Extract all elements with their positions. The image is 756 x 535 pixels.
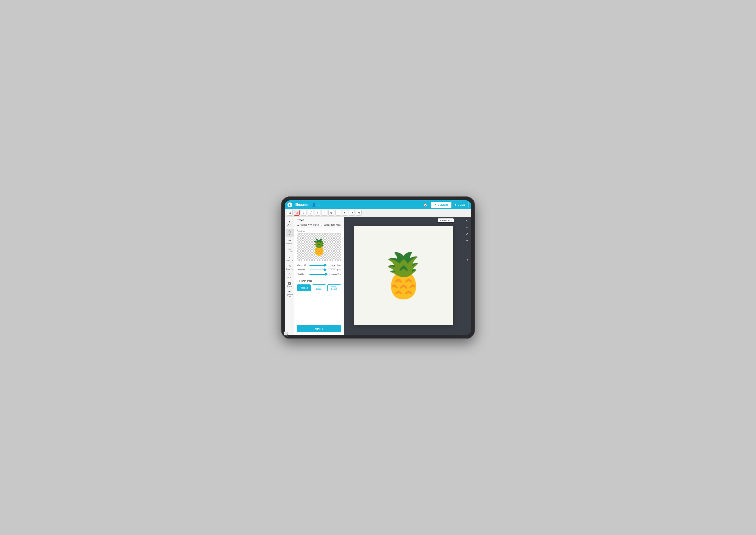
trace-all-button[interactable]: Trace All [297,284,311,291]
sidebar-item-library[interactable]: ⬜ Library [285,330,290,335]
upload-icon: ☁ [297,223,300,226]
sidebar-item-transform[interactable]: ⇔ Transform [285,237,294,245]
select-trace-area-btn[interactable]: ⊡ Select Trace Area [320,223,340,227]
trace-icon: ⬡ [288,230,291,233]
sidebar-item-specialty[interactable]: ★ Specialty Tools [285,289,294,298]
toolbar-redo-btn[interactable]: ↪ [349,210,355,216]
sidebar-item-offset[interactable]: ☆ Offset [285,271,294,280]
invert-row: Invert Trace [294,279,344,283]
threshold-unit: unit [338,265,341,266]
precision-fill [310,269,325,270]
toolbar-cross-btn[interactable]: + [315,210,320,216]
canvas-page: 🍍 [354,226,453,325]
right-circle-erase-tool[interactable]: ○ [464,250,470,256]
design-label: DESIGN [438,204,448,206]
precision-track[interactable] [310,269,327,270]
send-button[interactable]: ⬆ SEND [451,202,469,208]
shapes-icon: ▨ [288,281,291,285]
offset-icon: ☆ [288,273,291,276]
trace-title: Trace [297,218,341,222]
top-bar-icons: 👤 ☰ [312,203,321,207]
page-setup-button[interactable]: ↖ Page Setup [438,218,454,222]
trace-buttons: Trace All Trace Outside Trace & Detach [294,283,344,293]
apply-button[interactable]: Apply [297,325,341,332]
precision-value-group: ▲ ▼ unit [328,268,341,271]
sidebar-item-add-text[interactable]: A Add Text [285,246,294,254]
right-pen-tool[interactable]: ✒ [464,238,470,243]
left-sidebar: ♥ Add Shapes ⬡ Trace ⇔ Transform A Add T… [285,217,294,335]
toolbar-mirror-btn[interactable]: ⇔ [322,210,327,216]
page-setup-cursor-icon: ↖ [440,219,441,221]
toolbar-weld-btn[interactable]: ⬚ [335,210,341,216]
panel-spacer [294,293,344,323]
precision-spinners: ▲ ▼ [337,268,338,271]
transform-label: Transform [286,242,293,244]
preview-label: Preview [297,230,341,233]
precision-thumb[interactable] [323,268,326,271]
right-ai-tool[interactable]: A [464,231,470,237]
page-setup-label: Page Setup [442,219,452,221]
precision-input[interactable] [328,268,336,271]
right-erase-tool[interactable]: ◌ [464,244,470,250]
sidebar-item-shapes[interactable]: ▨ Shapes [285,280,294,288]
menu-icon[interactable]: ☰ [318,203,321,207]
tablet-screen: S silhouette 👤 ☰ 🏠 ✂ DESIGN ⬆ SEND [285,200,471,335]
trace-outside-button[interactable]: Trace Outside [312,284,326,291]
print-cut-label: Print & Cut [286,260,293,261]
select-trace-icon: ⊡ [320,223,323,226]
preview-section: Preview 🍍 [294,228,344,263]
home-button[interactable]: 🏠 [420,202,431,208]
precision-down[interactable]: ▼ [337,270,338,271]
apply-section: Apply [294,323,344,335]
right-toolbar: ↖ ✏ A ✒ ◌ ○ ● [463,217,471,335]
right-draw-tool[interactable]: ✏ [464,224,470,231]
canvas-pineapple: 🍍 [377,250,431,301]
toolbar: ⊞ □ ≡ ╱ + ⇔ ⧉ ⬚ ↩ ↪ 🗑 [285,210,471,217]
design-button[interactable]: ✂ DESIGN [431,202,451,208]
sidebar-item-add-shapes[interactable]: ♥ Add Shapes [285,218,294,228]
design-icon: ✂ [434,203,436,206]
canvas-area[interactable]: ↖ Page Setup 🍍 [344,217,463,335]
toolbar-draw-btn[interactable]: ╱ [308,210,313,216]
text-icon: A [288,247,291,251]
user-icon[interactable]: 👤 [312,203,316,207]
simplify-down[interactable]: ▼ [338,274,339,276]
toolbar-delete-btn[interactable]: 🗑 [356,210,362,216]
specialty-label: Specialty Tools [285,294,294,297]
threshold-label: Threshold [297,264,308,266]
threshold-thumb[interactable] [323,264,326,267]
threshold-track[interactable] [310,265,327,266]
toolbar-group-btn[interactable]: ⧉ [328,210,334,216]
toolbar-rect-btn[interactable]: □ [294,210,300,216]
precision-unit: unit [338,269,341,271]
print-cut-icon: ✂ [288,256,291,259]
app-name: silhouette [293,203,310,207]
sliders-section: Threshold ▲ ▼ unit [294,263,344,279]
toolbar-align-btn[interactable]: ≡ [301,210,307,216]
upload-new-image-btn[interactable]: ☁ Upload New Image [297,223,319,227]
simplify-thumb[interactable] [325,273,327,276]
threshold-down[interactable]: ▼ [337,265,338,267]
invert-checkbox[interactable] [297,280,300,282]
trace-detach-button[interactable]: Trace & Detach [327,284,341,291]
shapes-label: Shapes [287,285,292,287]
simplify-fill [310,274,326,275]
top-bar: S silhouette 👤 ☰ 🏠 ✂ DESIGN ⬆ SEND [285,200,471,210]
sidebar-item-print-cut[interactable]: ✂ Print & Cut [285,254,294,263]
sidebar-item-trace[interactable]: ⬡ Trace [285,229,294,237]
simplify-spinners: ▲ ▼ [338,273,339,276]
simplify-track[interactable] [310,274,328,275]
trace-panel-header: Trace ☁ Upload New Image ⊡ Select Trace … [294,217,344,228]
simplify-input[interactable] [329,273,338,276]
main-content: ♥ Add Shapes ⬡ Trace ⇔ Transform A Add T… [285,217,471,335]
library-icon: ⬜ [285,331,288,335]
right-paint-tool[interactable]: ● [464,257,470,263]
threshold-fill [310,265,325,266]
sidebar-item-recut[interactable]: ↻ Recut S... [285,263,294,271]
precision-slider-row: Precision ▲ ▼ unit [297,268,341,271]
toolbar-grid-btn[interactable]: ⊞ [287,210,293,216]
threshold-input[interactable] [328,264,336,267]
right-select-tool[interactable]: ↖ [464,218,470,224]
toolbar-undo-btn[interactable]: ↩ [342,210,348,216]
trace-panel: Trace ☁ Upload New Image ⊡ Select Trace … [294,217,344,335]
